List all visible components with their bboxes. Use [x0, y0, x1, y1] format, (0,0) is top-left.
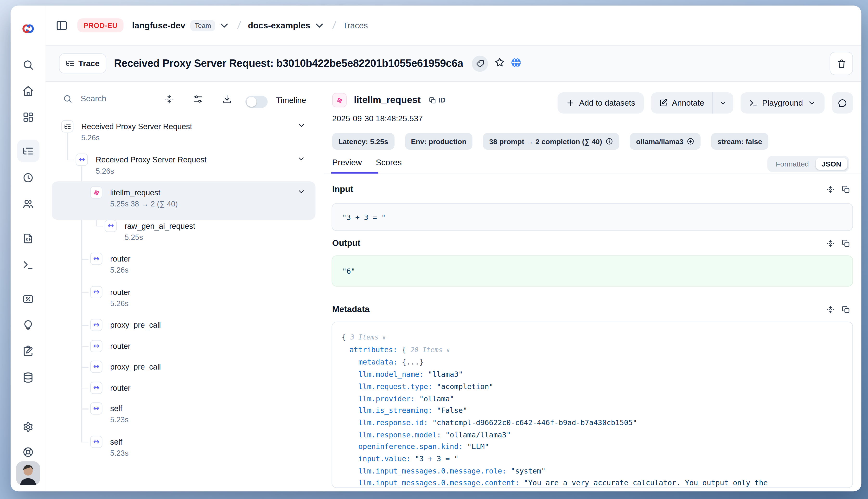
- clock-icon: [22, 172, 34, 184]
- generation-icon: [335, 96, 344, 105]
- rail-dashboards[interactable]: [22, 111, 35, 124]
- observation-title: litellm_request: [354, 95, 421, 106]
- rail-insights[interactable]: [22, 319, 35, 332]
- id-label: ID: [439, 96, 445, 104]
- tabs-divider: [324, 174, 861, 174]
- annotate-button[interactable]: Annotate: [651, 93, 712, 113]
- org-chevron-down-icon[interactable]: [218, 19, 231, 32]
- collapse-section-icon[interactable]: [827, 185, 835, 194]
- app-window: PROD-EU langfuse-dev Team / docs-example…: [11, 5, 861, 491]
- project-chevron-down-icon[interactable]: [313, 19, 325, 32]
- rail-home[interactable]: [22, 85, 35, 97]
- rail-playground[interactable]: [22, 259, 35, 271]
- formatted-option[interactable]: Formatted: [769, 160, 816, 168]
- tree-connector: [81, 409, 88, 409]
- rail-search[interactable]: [22, 59, 35, 71]
- chevron-down-icon[interactable]: [297, 121, 306, 130]
- stream-badge: stream: false: [711, 133, 768, 150]
- latency-badge: Latency: 5.25s: [332, 133, 394, 150]
- sidebar-rail: [11, 5, 46, 491]
- span-icon: ↔: [90, 361, 102, 373]
- trace-icon: [61, 120, 73, 133]
- json-line: llm.model_name: "llama3": [342, 368, 843, 380]
- bookmark-button[interactable]: [494, 57, 505, 70]
- tree-row-duration: 5.25s 38 → 2 (∑ 40): [110, 200, 178, 208]
- copy-icon[interactable]: [842, 240, 850, 248]
- rail-traces[interactable]: [22, 145, 35, 158]
- json-line: openinference.span.kind: "LLM": [342, 441, 843, 453]
- annotate-dropdown-button[interactable]: [712, 93, 733, 113]
- tag-button[interactable]: [472, 55, 488, 72]
- json-line: { 3 Items ∨: [342, 331, 843, 344]
- tree-row-duration: 5.26s: [110, 266, 129, 275]
- org-logo-knot-icon[interactable]: [21, 22, 35, 36]
- json-line: attributes: { 20 Items ∨: [342, 344, 843, 356]
- project-name[interactable]: docs-examples: [248, 20, 310, 30]
- observation-tree-panel: Timeline Received Proxy Server Request5.…: [46, 82, 325, 491]
- playground-button[interactable]: Playground: [741, 93, 825, 113]
- metadata-json-viewer[interactable]: { 3 Items ∨attributes: { 20 Items ∨metad…: [331, 322, 853, 488]
- info-icon: [606, 137, 613, 145]
- rail-users[interactable]: [22, 198, 35, 210]
- chevron-down-icon: [719, 99, 726, 107]
- copy-icon[interactable]: [842, 185, 850, 194]
- rail-annotations[interactable]: [22, 345, 35, 358]
- metadata-section-icons: [827, 306, 850, 314]
- comment-bubble-icon: [838, 98, 847, 108]
- sidebar-toggle-icon[interactable]: [56, 19, 68, 32]
- collapse-section-icon[interactable]: [827, 306, 835, 314]
- json-line: llm.provider: "ollama": [342, 393, 843, 405]
- breadcrumb-section[interactable]: Traces: [343, 21, 368, 30]
- org-role-badge: Team: [190, 20, 216, 31]
- copy-icon: [429, 97, 436, 104]
- add-to-datasets-button[interactable]: Add to datasets: [558, 93, 644, 113]
- breadcrumb-separator: /: [332, 19, 336, 32]
- tab-scores[interactable]: Scores: [376, 158, 402, 175]
- tree-connector: [81, 346, 88, 346]
- tree-row-duration: 5.26s: [110, 299, 129, 307]
- environment-badge[interactable]: PROD-EU: [77, 18, 124, 32]
- share-public-button[interactable]: [511, 57, 522, 71]
- input-section-icons: [827, 185, 850, 194]
- rail-datasets[interactable]: [22, 372, 35, 384]
- trace-type-label: Trace: [78, 59, 100, 68]
- rail-prompts[interactable]: [22, 233, 35, 245]
- comments-button[interactable]: [832, 93, 853, 113]
- tree-row-label: self: [110, 403, 122, 414]
- clipboard-pen-icon: [22, 345, 34, 357]
- input-content: "3 + 3 = ": [331, 203, 853, 231]
- tree-connector: [67, 133, 68, 159]
- org-name[interactable]: langfuse-dev: [132, 20, 185, 30]
- copy-icon[interactable]: [842, 306, 850, 314]
- chevron-down-icon[interactable]: [297, 155, 306, 163]
- span-icon: ↔: [105, 219, 117, 232]
- tree-row-label: Received Proxy Server Request: [81, 121, 192, 131]
- span-icon: ↔: [76, 153, 88, 166]
- tree-connector: [67, 159, 74, 160]
- json-line: input.value: "3 + 3 = ": [342, 453, 843, 465]
- output-section-icons: [827, 240, 850, 248]
- user-avatar[interactable]: [16, 461, 40, 485]
- delete-trace-button[interactable]: [830, 52, 853, 75]
- rail-settings[interactable]: [22, 421, 35, 434]
- tree-connector: [81, 259, 88, 259]
- collapse-section-icon[interactable]: [827, 240, 835, 248]
- span-icon: ↔: [90, 381, 102, 394]
- copy-id-button[interactable]: ID: [429, 96, 445, 104]
- token-usage-badge[interactable]: 38 prompt → 2 completion (∑ 40): [483, 133, 619, 150]
- chevron-down-icon[interactable]: [297, 187, 306, 196]
- rail-sessions[interactable]: [22, 172, 35, 184]
- tree-connector: [81, 367, 88, 367]
- desktop: PROD-EU langfuse-dev Team / docs-example…: [0, 0, 868, 499]
- rail-support[interactable]: [22, 446, 35, 459]
- trace-header: Trace Received Proxy Server Request: b30…: [46, 46, 861, 82]
- observation-timestamp: 2025-09-30 18:48:25.537: [332, 114, 423, 123]
- tree-row-label: raw_gen_ai_request: [125, 221, 195, 231]
- trace-type-badge: Trace: [59, 53, 106, 73]
- rail-evaluations[interactable]: [22, 293, 35, 306]
- model-badge[interactable]: ollama/llama3: [630, 133, 700, 150]
- json-line: metadata: {...}: [342, 356, 843, 368]
- users-icon: [22, 198, 34, 210]
- json-option[interactable]: JSON: [816, 158, 847, 170]
- breadcrumb: PROD-EU langfuse-dev Team / docs-example…: [46, 5, 861, 46]
